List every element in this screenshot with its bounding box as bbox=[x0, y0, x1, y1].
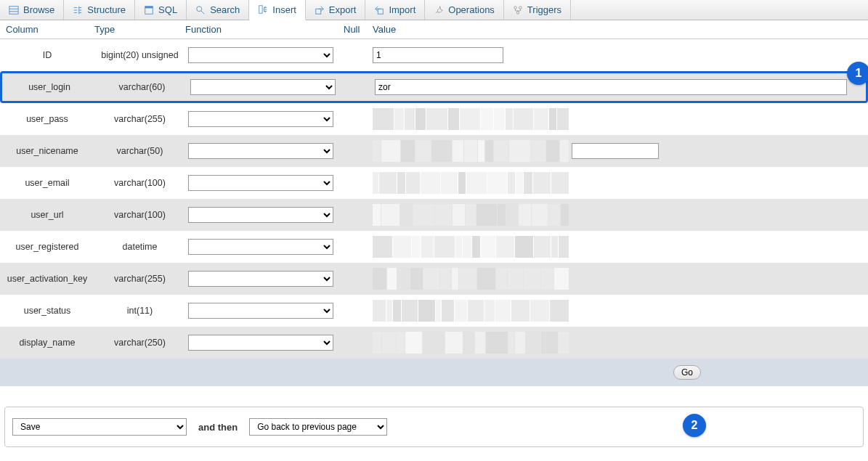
field-row-user_login: user_loginvarchar(60)1 bbox=[0, 71, 868, 103]
column-name: ID bbox=[0, 50, 94, 60]
value-input[interactable] bbox=[373, 47, 503, 63]
function-select[interactable] bbox=[190, 79, 336, 95]
column-type: varchar(60) bbox=[97, 82, 187, 92]
tab-label: Structure bbox=[87, 4, 126, 15]
tab-label: Search bbox=[210, 4, 240, 15]
tab-insert[interactable]: Insert bbox=[249, 0, 306, 20]
redacted-value bbox=[373, 236, 569, 258]
structure-icon bbox=[73, 5, 83, 15]
field-row-user_status: user_statusint(11) bbox=[0, 295, 868, 327]
column-type: varchar(50) bbox=[94, 146, 185, 156]
column-type: bigint(20) unsigned bbox=[94, 50, 185, 60]
column-name: user_nicename bbox=[0, 146, 94, 156]
header-null: Null bbox=[344, 24, 370, 35]
redacted-value bbox=[373, 172, 569, 194]
field-row-display_name: display_namevarchar(250) bbox=[0, 327, 868, 359]
tab-label: Browse bbox=[23, 4, 54, 15]
tab-sql[interactable]: SQL bbox=[135, 0, 187, 20]
go-button[interactable]: Go bbox=[673, 365, 701, 380]
insert-form-rows: IDbigint(20) unsigneduser_loginvarchar(6… bbox=[0, 39, 868, 359]
column-name: user_url bbox=[0, 210, 94, 220]
redacted-value bbox=[373, 300, 569, 322]
column-name: user_login bbox=[2, 82, 97, 92]
annotation-badge-1: 1 bbox=[847, 62, 868, 85]
function-select[interactable] bbox=[188, 47, 333, 63]
svg-point-11 bbox=[519, 6, 522, 9]
then-action-select[interactable]: Go back to previous page bbox=[249, 418, 387, 436]
field-row-user_email: user_emailvarchar(100) bbox=[0, 167, 868, 199]
tab-strip: Browse Structure SQL Search Insert Expor… bbox=[0, 0, 868, 20]
function-select[interactable] bbox=[188, 239, 333, 255]
column-type: varchar(100) bbox=[94, 210, 185, 220]
redacted-value bbox=[373, 204, 569, 226]
column-headers: Column Type Function Null Value bbox=[0, 20, 868, 39]
column-type: varchar(250) bbox=[94, 338, 185, 348]
header-type: Type bbox=[94, 24, 185, 35]
tab-label: Operations bbox=[448, 4, 495, 15]
function-select[interactable] bbox=[188, 335, 333, 351]
save-mode-select[interactable]: Save bbox=[12, 418, 187, 436]
import-icon bbox=[374, 5, 384, 15]
svg-point-12 bbox=[516, 11, 519, 14]
after-insert-panel: Save and then Go back to previous page bbox=[4, 407, 864, 447]
svg-line-6 bbox=[201, 10, 204, 13]
redacted-value bbox=[373, 268, 569, 290]
tab-import[interactable]: Import bbox=[365, 0, 425, 20]
tab-label: Export bbox=[329, 4, 357, 15]
function-select[interactable] bbox=[188, 207, 333, 223]
browse-icon bbox=[9, 5, 19, 15]
tab-search[interactable]: Search bbox=[187, 0, 249, 20]
column-name: user_email bbox=[0, 178, 94, 188]
column-name: user_registered bbox=[0, 242, 94, 252]
column-type: varchar(100) bbox=[94, 178, 185, 188]
value-input[interactable] bbox=[572, 143, 659, 159]
insert-icon bbox=[258, 4, 268, 15]
field-row-user_activation_key: user_activation_keyvarchar(255) bbox=[0, 263, 868, 295]
tab-structure[interactable]: Structure bbox=[64, 0, 135, 20]
operations-icon bbox=[434, 5, 444, 15]
tab-label: Insert bbox=[272, 4, 296, 15]
function-select[interactable] bbox=[188, 271, 333, 287]
header-function: Function bbox=[185, 24, 344, 35]
tab-label: Import bbox=[389, 4, 415, 15]
svg-rect-0 bbox=[9, 6, 18, 14]
svg-rect-4 bbox=[145, 6, 153, 8]
redacted-value bbox=[373, 108, 569, 130]
column-type: datetime bbox=[94, 242, 185, 252]
tab-browse[interactable]: Browse bbox=[0, 0, 64, 20]
column-type: int(11) bbox=[94, 306, 185, 316]
function-select[interactable] bbox=[188, 111, 333, 127]
svg-rect-7 bbox=[259, 6, 262, 14]
tab-export[interactable]: Export bbox=[306, 0, 366, 20]
header-column: Column bbox=[0, 24, 94, 35]
tab-label: SQL bbox=[158, 4, 177, 15]
and-then-label: and then bbox=[198, 422, 238, 433]
field-row-user_pass: user_passvarchar(255) bbox=[0, 103, 868, 135]
column-name: user_pass bbox=[0, 114, 94, 124]
function-select[interactable] bbox=[188, 303, 333, 319]
tab-operations[interactable]: Operations bbox=[425, 0, 504, 20]
tab-triggers[interactable]: Triggers bbox=[504, 0, 571, 20]
column-type: varchar(255) bbox=[94, 114, 185, 124]
sql-icon bbox=[144, 5, 154, 15]
redacted-value bbox=[373, 140, 569, 162]
header-value: Value bbox=[370, 24, 868, 35]
function-select[interactable] bbox=[188, 175, 333, 191]
tab-label: Triggers bbox=[527, 4, 561, 15]
column-name: user_activation_key bbox=[0, 274, 94, 284]
triggers-icon bbox=[513, 5, 523, 15]
submit-row: Go bbox=[0, 359, 868, 386]
svg-point-10 bbox=[514, 6, 517, 9]
column-name: display_name bbox=[0, 338, 94, 348]
field-row-user_url: user_urlvarchar(100) bbox=[0, 199, 868, 231]
svg-rect-9 bbox=[378, 9, 384, 14]
field-row-user_registered: user_registereddatetime bbox=[0, 231, 868, 263]
field-row-ID: IDbigint(20) unsigned bbox=[0, 39, 868, 71]
redacted-value bbox=[373, 332, 569, 354]
export-icon bbox=[315, 5, 325, 15]
function-select[interactable] bbox=[188, 143, 333, 159]
value-input[interactable] bbox=[375, 79, 847, 95]
annotation-badge-2: 2 bbox=[683, 414, 706, 437]
column-type: varchar(255) bbox=[94, 274, 185, 284]
svg-rect-8 bbox=[316, 9, 321, 14]
